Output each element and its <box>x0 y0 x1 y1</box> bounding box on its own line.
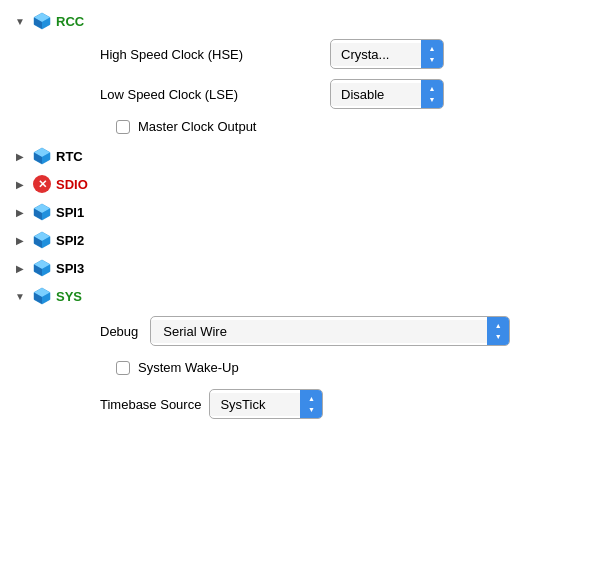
sdio-toggle[interactable] <box>12 176 28 192</box>
debug-select[interactable]: Serial Wire ▲ ▼ <box>150 316 510 346</box>
rtc-icon <box>32 146 52 166</box>
lse-row: Low Speed Clock (LSE) Disable ▲ ▼ <box>0 74 600 114</box>
lse-select[interactable]: Disable ▲ ▼ <box>330 79 444 109</box>
timebase-value: SysTick <box>210 393 300 416</box>
hse-down-arrow: ▼ <box>429 56 436 63</box>
peripheral-tree: RCC High Speed Clock (HSE) Crysta... ▲ ▼… <box>0 0 600 432</box>
hse-value: Crysta... <box>331 43 421 66</box>
debug-stepper[interactable]: ▲ ▼ <box>487 317 509 345</box>
rcc-toggle[interactable] <box>12 13 28 29</box>
rtc-item: RTC <box>0 143 600 169</box>
rtc-toggle[interactable] <box>12 148 28 164</box>
spi2-item: SPI2 <box>0 227 600 253</box>
sys-label: SYS <box>56 289 82 304</box>
spi1-item: SPI1 <box>0 199 600 225</box>
wakeup-checkbox[interactable] <box>116 361 130 375</box>
lse-value: Disable <box>331 83 421 106</box>
sys-item: SYS <box>0 283 600 309</box>
debug-label: Debug <box>100 324 138 339</box>
timebase-stepper[interactable]: ▲ ▼ <box>300 390 322 418</box>
spi2-toggle[interactable] <box>12 232 28 248</box>
debug-up-arrow: ▲ <box>495 322 502 329</box>
sys-toggle[interactable] <box>12 288 28 304</box>
lse-down-arrow: ▼ <box>429 96 436 103</box>
wakeup-row: System Wake-Up <box>0 355 600 380</box>
rcc-label: RCC <box>56 14 84 29</box>
mco-label: Master Clock Output <box>138 119 257 134</box>
lse-label: Low Speed Clock (LSE) <box>100 87 320 102</box>
lse-up-arrow: ▲ <box>429 85 436 92</box>
timebase-label: Timebase Source <box>100 397 201 412</box>
spi2-icon <box>32 230 52 250</box>
sdio-icon: ✕ <box>32 174 52 194</box>
rtc-label: RTC <box>56 149 83 164</box>
hse-stepper[interactable]: ▲ ▼ <box>421 40 443 68</box>
sdio-error-icon: ✕ <box>33 175 51 193</box>
hse-row: High Speed Clock (HSE) Crysta... ▲ ▼ <box>0 34 600 74</box>
timebase-select[interactable]: SysTick ▲ ▼ <box>209 389 323 419</box>
rcc-item: RCC <box>0 8 600 34</box>
hse-up-arrow: ▲ <box>429 45 436 52</box>
hse-label: High Speed Clock (HSE) <box>100 47 320 62</box>
timebase-up-arrow: ▲ <box>308 395 315 402</box>
timebase-down-arrow: ▼ <box>308 406 315 413</box>
spi3-icon <box>32 258 52 278</box>
sdio-label: SDIO <box>56 177 88 192</box>
debug-down-arrow: ▼ <box>495 333 502 340</box>
lse-stepper[interactable]: ▲ ▼ <box>421 80 443 108</box>
mco-checkbox[interactable] <box>116 120 130 134</box>
spi2-label: SPI2 <box>56 233 84 248</box>
mco-row: Master Clock Output <box>0 114 600 139</box>
debug-row: Debug Serial Wire ▲ ▼ <box>0 311 600 351</box>
spi1-label: SPI1 <box>56 205 84 220</box>
spi1-toggle[interactable] <box>12 204 28 220</box>
spi1-icon <box>32 202 52 222</box>
spi3-toggle[interactable] <box>12 260 28 276</box>
rcc-icon <box>32 11 52 31</box>
timebase-row: Timebase Source SysTick ▲ ▼ <box>0 384 600 424</box>
hse-select[interactable]: Crysta... ▲ ▼ <box>330 39 444 69</box>
sys-icon <box>32 286 52 306</box>
spi3-label: SPI3 <box>56 261 84 276</box>
debug-value: Serial Wire <box>151 320 487 343</box>
spi3-item: SPI3 <box>0 255 600 281</box>
sdio-item: ✕ SDIO <box>0 171 600 197</box>
wakeup-label: System Wake-Up <box>138 360 239 375</box>
